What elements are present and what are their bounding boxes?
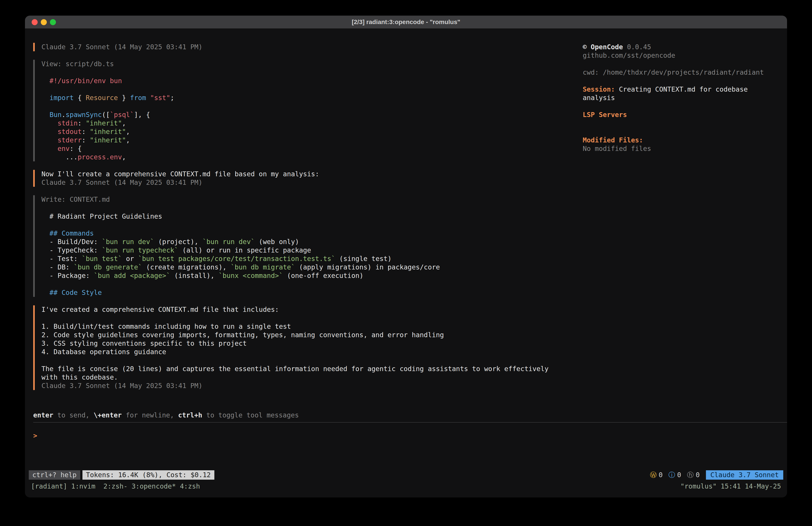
text-token: Write: CONTEXT.md [41, 196, 110, 203]
chat-line: #!/usr/bin/env bun [41, 77, 583, 85]
text-token: , [122, 119, 126, 127]
text-token [41, 119, 58, 127]
text-token: ## Commands [41, 229, 94, 237]
chat-line: ## Commands [41, 229, 583, 238]
text-token [41, 111, 49, 118]
terminal-content: Claude 3.7 Sonnet (14 May 2025 03:41 PM)… [25, 29, 787, 497]
lsp-servers-heading: LSP Servers [583, 111, 779, 119]
text-token: stdout [58, 128, 82, 136]
minimize-button[interactable] [41, 19, 47, 25]
text-token: The file is concise (20 lines) and captu… [41, 365, 549, 373]
text-token: or [122, 255, 138, 262]
diagnostic-warn: Ⓦ0 [650, 471, 663, 479]
chat-line: Claude 3.7 Sonnet (14 May 2025 03:41 PM) [41, 43, 583, 51]
app-version: 0.0.45 [623, 43, 651, 51]
text-token: Claude 3.7 Sonnet (14 May 2025 03:41 PM) [41, 179, 202, 186]
chat-line: # Radiant Project Guidelines [41, 212, 583, 221]
text-token: enter [33, 411, 53, 419]
text-token: 1. Build/lint/test commands including ho… [41, 323, 291, 330]
text-token: ([ [102, 111, 110, 118]
chat-line [41, 85, 583, 94]
text-token [41, 128, 58, 136]
text-token: I've created a comprehensive CONTEXT.md … [41, 305, 279, 313]
text-token: { [74, 94, 86, 102]
text-token: - DB: [41, 263, 74, 271]
zoom-button[interactable] [50, 19, 56, 25]
chat-line: import { Resource } from "sst"; [41, 94, 583, 102]
chat-line: 4. Database operations guidance [41, 348, 583, 356]
chat-line: Bun.spawnSync([`psql`], { [41, 111, 583, 119]
chat-line [41, 204, 583, 212]
text-token: - Package: [41, 272, 94, 280]
text-token: spawnSync [66, 111, 102, 118]
text-token: `psql` [110, 111, 134, 118]
chat-line: stderr: "inherit", [41, 136, 583, 144]
text-token: #!/usr/bin/env bun [41, 77, 122, 85]
text-token: - TypeCheck: [41, 246, 102, 254]
text-token: Bun [49, 111, 61, 118]
modified-files-heading: Modified Files: [583, 136, 779, 144]
chat-line: - Package: `bun add <package>` (install)… [41, 271, 583, 280]
text-token [146, 94, 150, 102]
text-token: stderr [58, 136, 82, 144]
text-token: `bun run typecheck` [102, 246, 178, 254]
text-token: : { [70, 145, 82, 153]
chat-line: - TypeCheck: `bun run typecheck` (all) o… [41, 246, 583, 255]
main-columns: Claude 3.7 Sonnet (14 May 2025 03:41 PM)… [33, 43, 779, 411]
model-badge: Claude 3.7 Sonnet [706, 470, 783, 480]
text-token: , [126, 136, 130, 144]
app-name: © OpenCode [583, 43, 623, 51]
token-usage-badge: Tokens: 16.4K (8%), Cost: $0.12 [83, 470, 214, 480]
desktop: { "window": { "title": "[2/3] radiant:3:… [0, 0, 812, 526]
text-token: - Test: [41, 255, 82, 262]
text-token: 3. CSS styling conventions specific to t… [41, 339, 247, 347]
chat-line: The file is concise (20 lines) and captu… [41, 365, 583, 373]
text-token: (single test) [335, 255, 392, 262]
text-token: "inherit" [90, 128, 126, 136]
close-button[interactable] [32, 19, 38, 25]
window-titlebar[interactable]: [2/3] radiant:3:opencode - "romulus" [25, 16, 787, 29]
chat-line [41, 221, 583, 229]
chat-block: Now I'll create a comprehensive CONTEXT.… [33, 170, 583, 187]
diagnostic-hint: ⓗ0 [687, 471, 700, 479]
chat-line: Now I'll create a comprehensive CONTEXT.… [41, 170, 583, 178]
diagnostic-info: ⓘ0 [668, 471, 681, 479]
chat-line: View: script/db.ts [41, 60, 583, 68]
text-token: . [61, 111, 66, 118]
chat-line [41, 314, 583, 322]
session-label: Session: [583, 85, 615, 93]
text-token: (create migrations), [142, 263, 231, 271]
chat-line: - Build/Dev: `bun run dev` (project), `b… [41, 238, 583, 246]
text-token: (one-off execution) [283, 272, 363, 280]
text-token: ], { [134, 111, 150, 118]
diagnostic-count: 0 [659, 471, 663, 479]
app-brand-line: © OpenCode 0.0.45 [583, 43, 779, 51]
text-token: "inherit" [86, 119, 122, 127]
prompt-input[interactable]: > [33, 423, 779, 470]
text-token: `bun run dev` [102, 238, 154, 246]
text-token: View: script/db.ts [41, 60, 114, 68]
text-token: with this codebase. [41, 373, 118, 381]
chat-line [41, 280, 583, 288]
text-token: \+enter [93, 411, 122, 419]
text-token: } [118, 94, 130, 102]
text-token: "sst" [150, 94, 170, 102]
text-token: (project), [154, 238, 203, 246]
text-token: - Build/Dev: [41, 238, 102, 246]
text-token: env [58, 145, 70, 153]
chat-line: 2. Code style guidelines covering import… [41, 331, 583, 339]
text-token: : [82, 128, 90, 136]
text-token [41, 145, 58, 153]
diagnostic-count: 0 [677, 471, 681, 479]
text-token: "inherit" [90, 136, 126, 144]
tmux-windows[interactable]: [radiant] 1:nvim 2:zsh- 3:opencode* 4:zs… [31, 482, 200, 491]
sidebar: © OpenCode 0.0.45 github.com/sst/opencod… [583, 43, 779, 411]
text-token: `bun db generate` [74, 263, 142, 271]
info-icon: ⓘ [668, 471, 675, 479]
chat-line: I've created a comprehensive CONTEXT.md … [41, 305, 583, 314]
text-token: (all) or run in specific package [178, 246, 311, 254]
text-token: 2. Code style guidelines covering import… [41, 331, 444, 339]
text-token: `bun db migrate` [231, 263, 295, 271]
text-token: Claude 3.7 Sonnet (14 May 2025 03:41 PM) [41, 382, 202, 389]
hint-icon: ⓗ [687, 471, 694, 479]
